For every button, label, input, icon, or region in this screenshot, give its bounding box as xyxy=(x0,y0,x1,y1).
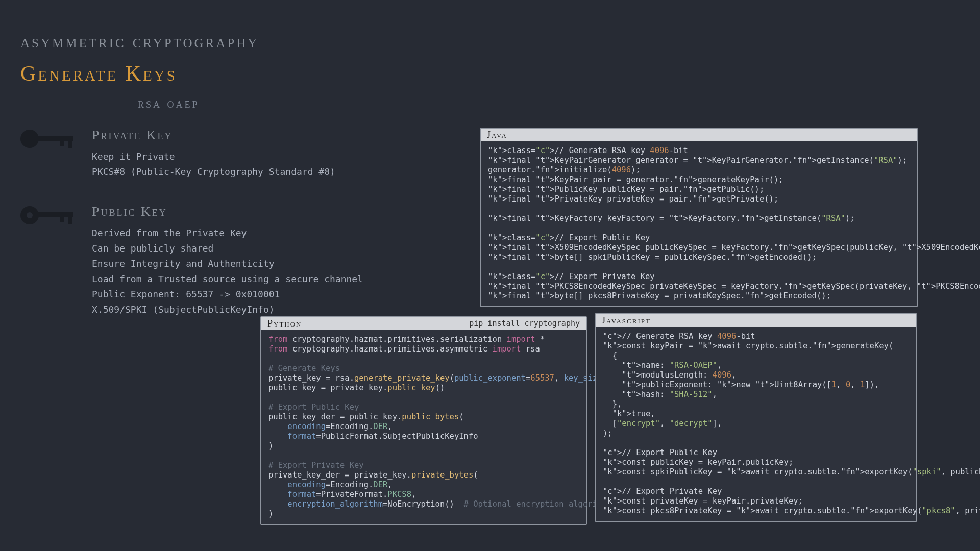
code-body-python: from cryptography.hazmat.primitives.seri… xyxy=(261,330,586,524)
public-key-line: X.509/SPKI (SubjectPublicKeyInfo) xyxy=(92,302,363,317)
code-tab-title: Python xyxy=(267,318,302,329)
code-panel-python: Python pip install cryptography from cry… xyxy=(260,316,587,525)
private-key-label: Private Key xyxy=(92,128,335,143)
public-key-line: Derived from the Private Key xyxy=(92,226,363,241)
title-algorithm: rsa oaep xyxy=(138,96,259,111)
code-panel-java: Java "k">class="c">// Generate RSA key 4… xyxy=(480,128,918,307)
code-body-javascript: "c">// Generate RSA key 4096-bit "k">con… xyxy=(596,327,916,521)
page-header: asymmetric cryptography Generate Keys rs… xyxy=(20,31,259,111)
code-tab-bar: Java xyxy=(481,129,917,141)
code-panel-javascript: Javascript "c">// Generate RSA key 4096-… xyxy=(595,313,917,522)
code-tab-extra: pip install cryptography xyxy=(469,319,580,328)
private-key-line: Keep it Private xyxy=(92,149,335,164)
private-key-line: PKCS#8 (Public-Key Cryptography Standard… xyxy=(92,164,335,180)
public-key-line: Ensure Integrity and Authenticity xyxy=(92,256,363,271)
title-main: asymmetric cryptography xyxy=(20,31,259,52)
code-body-java: "k">class="c">// Generate RSA key 4096-b… xyxy=(481,141,917,306)
private-key-section: Private Key Keep it Private PKCS#8 (Publ… xyxy=(20,128,335,180)
code-tab-bar: Javascript xyxy=(596,314,916,327)
code-tab-bar: Python pip install cryptography xyxy=(261,317,586,330)
public-key-line: Can be publicly shared xyxy=(92,241,363,256)
public-key-label: Public Key xyxy=(92,204,363,219)
code-tab-title: Javascript xyxy=(602,315,651,326)
public-key-line: Load from a Trusted source using a secur… xyxy=(92,271,363,287)
public-key-section: Public Key Derived from the Private Key … xyxy=(20,204,363,317)
title-sub: Generate Keys xyxy=(20,61,259,86)
code-tab-title: Java xyxy=(487,130,507,140)
private-key-icon xyxy=(20,128,77,150)
public-key-line: Public Exponent: 65537 -> 0x010001 xyxy=(92,287,363,302)
public-key-icon xyxy=(20,204,77,227)
